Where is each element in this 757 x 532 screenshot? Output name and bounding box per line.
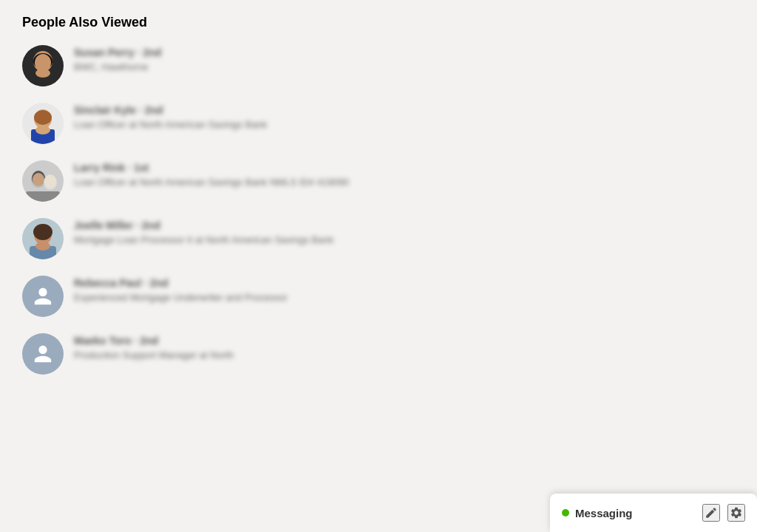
avatar xyxy=(22,333,64,375)
person-info: Larry Rink · 1st Loan Officer at North A… xyxy=(74,160,362,189)
svg-point-9 xyxy=(35,126,50,134)
svg-point-20 xyxy=(33,224,52,240)
svg-point-5 xyxy=(35,69,50,78)
svg-point-10 xyxy=(34,110,52,125)
person-icon xyxy=(33,286,53,307)
svg-point-16 xyxy=(44,174,56,188)
online-status-dot xyxy=(562,509,569,516)
person-info: Joelle Miller · 2nd Mortgage Loan Proces… xyxy=(74,218,362,247)
list-item[interactable]: Rebecca Paul · 2nd Experienced Mortgage … xyxy=(22,276,362,317)
settings-button[interactable] xyxy=(727,504,745,522)
list-item[interactable]: Maeko Toro · 2nd Production Support Mana… xyxy=(22,333,362,375)
list-item[interactable]: Larry Rink · 1st Loan Officer at North A… xyxy=(22,160,362,202)
person-title: Loan Officer at North American Savings B… xyxy=(74,118,362,132)
settings-icon xyxy=(730,506,743,519)
list-item[interactable]: Joelle Miller · 2nd Mortgage Loan Proces… xyxy=(22,218,362,259)
person-name: Larry Rink · 1st xyxy=(74,162,362,174)
avatar xyxy=(22,160,64,202)
svg-rect-17 xyxy=(26,191,60,202)
person-title: BWC, Hawthorne xyxy=(74,61,362,74)
section-title: People Also Viewed xyxy=(22,15,362,30)
avatar xyxy=(22,218,64,259)
compose-button[interactable] xyxy=(702,504,720,522)
avatar xyxy=(22,45,64,86)
person-title: Production Support Manager at North xyxy=(74,349,362,362)
person-name: Rebecca Paul · 2nd xyxy=(74,277,362,289)
person-info: Maeko Toro · 2nd Production Support Mana… xyxy=(74,333,362,362)
page-container: People Also Viewed Susan Perry · 2nd BWC… xyxy=(0,0,384,406)
person-info: Rebecca Paul · 2nd Experienced Mortgage … xyxy=(74,276,362,304)
person-name: Maeko Toro · 2nd xyxy=(74,335,362,347)
messaging-icons xyxy=(702,504,745,522)
person-list: Susan Perry · 2nd BWC, Hawthorne Sinclai… xyxy=(22,45,362,375)
list-item[interactable]: Susan Perry · 2nd BWC, Hawthorne xyxy=(22,45,362,86)
person-name: Sinclair Kyle · 2nd xyxy=(74,104,362,116)
avatar xyxy=(22,103,64,144)
svg-point-14 xyxy=(33,173,44,186)
person-title: Loan Officer at North American Savings B… xyxy=(74,176,362,189)
compose-icon xyxy=(705,506,718,519)
avatar xyxy=(22,276,64,317)
person-info: Susan Perry · 2nd BWC, Hawthorne xyxy=(74,45,362,74)
messaging-label: Messaging xyxy=(575,507,633,519)
person-name: Joelle Miller · 2nd xyxy=(74,219,362,231)
person-title: Experienced Mortgage Underwriter and Pro… xyxy=(74,291,362,304)
person-icon xyxy=(33,344,53,364)
person-info: Sinclair Kyle · 2nd Loan Officer at Nort… xyxy=(74,103,362,132)
messaging-bar: Messaging xyxy=(550,494,757,532)
person-name: Susan Perry · 2nd xyxy=(74,47,362,58)
list-item[interactable]: Sinclair Kyle · 2nd Loan Officer at Nort… xyxy=(22,103,362,144)
messaging-left: Messaging xyxy=(562,507,633,519)
person-title: Mortgage Loan Processor II at North Amer… xyxy=(74,233,362,247)
svg-point-22 xyxy=(35,242,50,250)
